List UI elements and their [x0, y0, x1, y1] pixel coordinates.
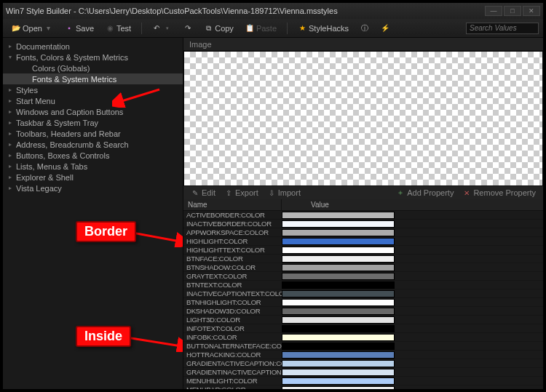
color-swatch[interactable]	[282, 264, 395, 271]
annotation-inside: Inside	[76, 326, 131, 347]
property-row[interactable]: HOTTRACKING:COLOR	[183, 351, 543, 359]
property-row[interactable]: MENUBAR:COLOR	[183, 385, 543, 389]
property-row[interactable]: GRADIENTACTIVECAPTION:COLOR	[183, 359, 543, 368]
undo-icon: ↶	[152, 24, 161, 33]
property-row[interactable]: HIGHLIGHTTEXT:COLOR	[183, 246, 543, 255]
property-name: BTNSHADOW:COLOR	[183, 263, 282, 271]
property-row[interactable]: BUTTONALTERNATEFACE:COLOR	[183, 342, 543, 351]
property-row[interactable]: MENUHILIGHT:COLOR	[183, 377, 543, 385]
property-name: DKSHADOW3D:COLOR	[183, 307, 282, 315]
tree-label: Fonts & System Metrics	[32, 75, 116, 84]
property-row[interactable]: INACTIVECAPTIONTEXT:COLOR	[183, 289, 543, 298]
color-swatch[interactable]	[282, 238, 395, 245]
import-icon: ⇩	[267, 188, 276, 197]
property-name: BTNFACE:COLOR	[183, 255, 282, 263]
color-swatch[interactable]	[282, 360, 395, 367]
remove-property-button[interactable]: ✕Remove Property	[459, 188, 539, 197]
stylehacks-button[interactable]: ★StyleHacks	[293, 23, 353, 34]
property-name: INFOTEXT:COLOR	[183, 324, 282, 332]
paste-button[interactable]: 📋Paste	[241, 23, 281, 34]
minimize-button[interactable]: —	[485, 6, 502, 16]
tree-node[interactable]: ▾Fonts, Colors & System Metrics	[3, 52, 183, 63]
color-swatch[interactable]	[282, 334, 395, 341]
property-name: INFOBK:COLOR	[183, 333, 282, 341]
arrow-annotation	[127, 330, 183, 352]
play-icon: ◉	[106, 24, 114, 33]
property-name: BTNHIGHLIGHT:COLOR	[183, 298, 282, 306]
tree-node[interactable]: ▸Taskbar & System Tray	[3, 117, 183, 128]
color-swatch[interactable]	[282, 386, 395, 390]
tree-node[interactable]: ▸Lists, Menus & Tabs	[3, 161, 183, 172]
color-swatch[interactable]	[282, 343, 395, 350]
tree-node[interactable]: ▸Explorer & Shell	[3, 172, 183, 183]
property-row[interactable]: BTNHIGHLIGHT:COLOR	[183, 298, 543, 307]
property-name: INACTIVECAPTIONTEXT:COLOR	[183, 289, 282, 297]
tree-node[interactable]: ▸Buttons, Boxes & Controls	[3, 150, 183, 161]
color-swatch[interactable]	[282, 308, 395, 315]
tree-label: Toolbars, Headers and Rebar	[16, 129, 121, 138]
property-row[interactable]: HIGHLIGHT:COLOR	[183, 237, 543, 246]
color-swatch[interactable]	[282, 273, 395, 280]
color-swatch[interactable]	[282, 377, 395, 385]
color-swatch[interactable]	[282, 281, 395, 289]
copy-button[interactable]: ⧉Copy	[199, 23, 238, 34]
tree-node[interactable]: ▸Toolbars, Headers and Rebar	[3, 128, 183, 139]
tree-label: Explorer & Shell	[16, 173, 74, 182]
tree-node[interactable]: Colors (Globals)	[3, 63, 183, 73]
color-swatch[interactable]	[282, 212, 395, 219]
close-button[interactable]: ✕	[523, 6, 540, 16]
svg-line-1	[119, 89, 159, 102]
color-swatch[interactable]	[282, 290, 395, 297]
color-swatch[interactable]	[282, 229, 395, 236]
color-swatch[interactable]	[282, 255, 395, 263]
info-button[interactable]: ⓘ	[356, 23, 373, 34]
property-row[interactable]: BTNFACE:COLOR	[183, 255, 543, 263]
chevron-down-icon: ▾	[163, 24, 172, 33]
image-panel-header: Image	[183, 38, 543, 51]
chevron-right-icon: ▸	[9, 119, 16, 126]
property-name: BUTTONALTERNATEFACE:COLOR	[183, 342, 282, 350]
property-row[interactable]: INACTIVEBORDER:COLOR	[183, 220, 543, 228]
property-row[interactable]: DKSHADOW3D:COLOR	[183, 307, 543, 316]
property-row[interactable]: BTNTEXT:COLOR	[183, 281, 543, 289]
tree-node[interactable]: Fonts & System Metrics	[3, 73, 183, 84]
import-button[interactable]: ⇩Import	[264, 188, 304, 197]
color-swatch[interactable]	[282, 316, 395, 324]
property-row[interactable]: INFOTEXT:COLOR	[183, 324, 543, 333]
wand-button[interactable]: ⚡	[376, 23, 394, 34]
col-value-header[interactable]: Value	[282, 199, 395, 210]
edit-button[interactable]: ✎Edit	[188, 188, 218, 197]
chevron-down-icon: ▾	[44, 24, 53, 33]
property-row[interactable]: INFOBK:COLOR	[183, 333, 543, 342]
chevron-right-icon: ▸	[9, 163, 16, 169]
plus-icon: ＋	[396, 188, 405, 197]
open-button[interactable]: 📂Open▾	[7, 23, 58, 34]
property-row[interactable]: GRADIENTINACTIVECAPTION:COLOR	[183, 368, 543, 377]
maximize-button[interactable]: □	[504, 6, 521, 16]
col-name-header[interactable]: Name	[183, 199, 282, 210]
color-swatch[interactable]	[282, 247, 395, 254]
save-button[interactable]: ▪Save	[60, 23, 98, 34]
color-swatch[interactable]	[282, 351, 395, 359]
undo-button[interactable]: ↶▾	[148, 23, 176, 34]
tree-node[interactable]: ▸Vista Legacy	[3, 183, 183, 193]
tree-node[interactable]: ▸Windows and Caption Buttons	[3, 106, 183, 117]
color-swatch[interactable]	[282, 369, 395, 376]
add-property-button[interactable]: ＋Add Property	[393, 188, 456, 197]
property-name: HIGHLIGHT:COLOR	[183, 237, 282, 245]
color-swatch[interactable]	[282, 325, 395, 332]
color-swatch[interactable]	[282, 220, 395, 228]
property-row[interactable]: GRAYTEXT:COLOR	[183, 272, 543, 281]
property-row[interactable]: BTNSHADOW:COLOR	[183, 263, 543, 272]
tree-node[interactable]: ▸Address, Breadcrumb & Search	[3, 139, 183, 150]
color-swatch[interactable]	[282, 299, 395, 306]
redo-button[interactable]: ↷	[179, 23, 197, 34]
property-row[interactable]: LIGHT3D:COLOR	[183, 316, 543, 324]
search-input[interactable]	[466, 23, 539, 34]
property-row[interactable]: APPWORKSPACE:COLOR	[183, 228, 543, 237]
tree-node[interactable]: ▸Documentation	[3, 41, 183, 52]
test-button[interactable]: ◉Test	[101, 23, 135, 34]
property-row[interactable]: ACTIVEBORDER:COLOR	[183, 211, 543, 220]
export-button[interactable]: ⇪Export	[221, 188, 261, 197]
svg-line-3	[127, 337, 181, 346]
